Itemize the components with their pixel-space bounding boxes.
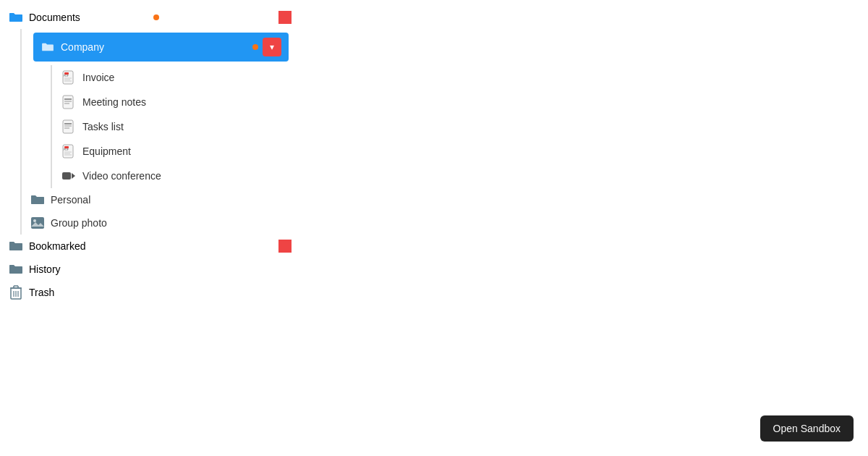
open-sandbox-button[interactable]: Open Sandbox bbox=[760, 415, 854, 442]
doc-icon-tasks bbox=[61, 119, 77, 135]
bookmarked-label: Bookmarked bbox=[29, 240, 154, 252]
svg-marker-21 bbox=[72, 173, 75, 179]
svg-rect-10 bbox=[63, 120, 73, 133]
folder-icon-bookmarked bbox=[9, 239, 23, 253]
sidebar-item-video-conference[interactable]: Video conference bbox=[52, 164, 300, 188]
svg-text:PDF: PDF bbox=[64, 148, 69, 151]
trash-icon bbox=[9, 285, 23, 300]
svg-rect-6 bbox=[63, 96, 73, 109]
company-label: Company bbox=[61, 41, 248, 53]
sidebar-item-invoice[interactable]: PDF Invoice bbox=[52, 65, 300, 90]
sidebar-item-personal[interactable]: Personal bbox=[22, 188, 300, 211]
folder-icon-company bbox=[41, 40, 55, 54]
image-icon bbox=[30, 216, 45, 230]
trash-label: Trash bbox=[29, 287, 292, 298]
sidebar-item-bookmarked[interactable]: Bookmarked bbox=[0, 235, 300, 258]
sidebar-item-history[interactable]: History bbox=[0, 258, 300, 281]
company-dot bbox=[252, 44, 258, 50]
video-conference-label: Video conference bbox=[82, 170, 292, 182]
group-photo-label: Group photo bbox=[51, 217, 292, 229]
pdf-icon: PDF bbox=[61, 69, 77, 85]
svg-rect-22 bbox=[31, 217, 44, 229]
sidebar-item-meeting-notes[interactable]: Meeting notes bbox=[52, 90, 300, 114]
personal-label: Personal bbox=[51, 194, 292, 206]
tasks-list-label: Tasks list bbox=[82, 121, 292, 132]
doc-icon-meeting bbox=[61, 94, 77, 110]
sidebar-item-tasks-list[interactable]: Tasks list bbox=[52, 114, 300, 139]
history-label: History bbox=[29, 263, 292, 275]
folder-icon-personal bbox=[30, 193, 45, 207]
documents-label: Documents bbox=[29, 12, 149, 23]
company-children: PDF Invoice bbox=[51, 65, 300, 188]
meeting-notes-label: Meeting notes bbox=[82, 96, 292, 108]
svg-point-23 bbox=[33, 219, 36, 222]
documents-red-badge bbox=[278, 11, 292, 24]
equipment-label: Equipment bbox=[82, 145, 292, 157]
sidebar: Documents Company ▾ bbox=[0, 0, 300, 310]
documents-dot bbox=[153, 14, 159, 20]
folder-icon-history bbox=[9, 262, 23, 276]
company-chevron-button[interactable]: ▾ bbox=[263, 38, 281, 56]
video-icon bbox=[61, 168, 77, 184]
pdf-icon-equipment: PDF bbox=[61, 143, 77, 159]
invoice-label: Invoice bbox=[82, 72, 292, 83]
svg-rect-20 bbox=[62, 172, 71, 180]
sidebar-item-equipment[interactable]: PDF Equipment bbox=[52, 139, 300, 164]
sidebar-item-group-photo[interactable]: Group photo bbox=[22, 211, 300, 235]
sidebar-item-trash[interactable]: Trash bbox=[0, 281, 300, 304]
sidebar-item-documents[interactable]: Documents bbox=[0, 6, 300, 29]
bookmarked-red-badge bbox=[278, 240, 292, 253]
sidebar-item-company[interactable]: Company ▾ bbox=[33, 33, 289, 62]
svg-text:PDF: PDF bbox=[64, 75, 69, 77]
folder-icon bbox=[9, 10, 23, 25]
